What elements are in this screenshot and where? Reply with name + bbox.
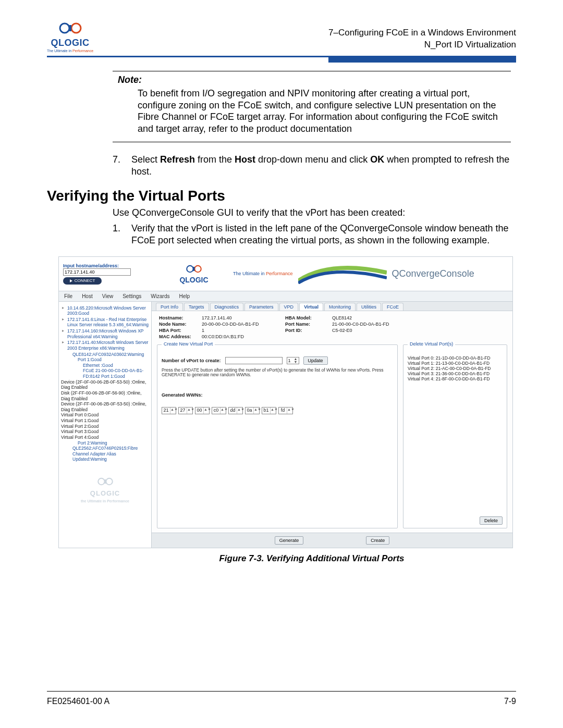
tree-item[interactable]: Virtual Port 1:Good xyxy=(61,418,149,424)
header-rule xyxy=(47,56,516,57)
tree-item[interactable]: Device (2F-FF-00-06-2B-0F-53-50) :Online… xyxy=(61,401,149,412)
qconvergeconsole-screenshot: Input hostname/address: CONNECT QLOGIC T… xyxy=(58,256,513,548)
tab-targets[interactable]: Targets xyxy=(184,303,209,311)
tab-fcoe[interactable]: FCoE xyxy=(382,303,403,311)
figure-caption: Figure 7-3. Verifying Additional Virtual… xyxy=(113,553,511,564)
note-body: To benefit from I/O segregation and NPIV… xyxy=(118,88,506,134)
watermark: QLOGIC the Ultimate in Performance xyxy=(61,476,149,503)
tree-item[interactable]: FCoE 21-00-00-C0-DD-0A-B1-FD:8142 Port 1… xyxy=(83,368,149,379)
svg-point-4 xyxy=(194,266,201,272)
svg-rect-8 xyxy=(104,479,106,484)
tree-item[interactable]: QLE8142:AFC0932A03602:Warning xyxy=(72,352,149,357)
tab-diagnostics[interactable]: Diagnostics xyxy=(210,303,244,311)
delete-vport-panel: Delete Virtual Port(s) Virtual Port 0: 2… xyxy=(403,344,507,528)
qlogic-glyph-icon xyxy=(185,263,203,275)
hint-text: Press the UPDATE button after setting th… xyxy=(162,368,393,378)
tab-virtual[interactable]: Virtual xyxy=(299,303,323,311)
svg-point-3 xyxy=(187,266,193,272)
logo-subtitle: The Ultimate in Performance xyxy=(47,49,93,53)
tree-item[interactable]: Virtual Port 4:Good xyxy=(61,435,149,440)
tree-item[interactable]: Disk (2F-FF-00-06-2B-0F-56-90) :Online, … xyxy=(61,390,149,401)
tree-item[interactable]: Port 1:Good xyxy=(78,357,149,363)
tabstrip: Port Info Targets Diagnostics Parameters… xyxy=(152,302,512,311)
menu-host[interactable]: Host xyxy=(82,293,93,299)
brand-tagline: The Ultimate in Performance xyxy=(233,271,293,276)
tab-port-info[interactable]: Port Info xyxy=(156,303,183,311)
tree-item[interactable]: 10.14.65.220:Microsoft Windows Server 20… xyxy=(67,305,149,316)
delete-button[interactable]: Delete xyxy=(480,516,503,525)
page-number: 7-9 xyxy=(504,697,516,706)
tree-item[interactable]: Port 2:Warning xyxy=(78,440,149,446)
qlogic-glyph-icon xyxy=(57,20,83,36)
menu-wizards[interactable]: Wizards xyxy=(151,293,169,299)
hostname-label: Input hostname/address: xyxy=(63,263,155,268)
create-button[interactable]: Create xyxy=(366,536,389,545)
menu-view[interactable]: View xyxy=(102,293,114,299)
tree-pane[interactable]: 10.14.65.220:Microsoft Windows Server 20… xyxy=(59,302,152,548)
tree-item[interactable]: QLE2562:AFC0746P02915:Fibre Channel Adap… xyxy=(72,446,149,462)
page-heading: 7–Configuring FCoE in a Windows Environm… xyxy=(328,20,516,51)
svg-point-7 xyxy=(106,478,112,485)
svg-point-6 xyxy=(98,478,104,485)
swoosh-icon xyxy=(298,263,387,284)
menu-help[interactable]: Help xyxy=(179,293,190,299)
svg-rect-2 xyxy=(69,25,71,31)
vport-list[interactable]: Virtual Port 0: 21-1D-00-C0-DD-0A-B1-FDV… xyxy=(408,355,503,382)
qlogic-logo: QLOGIC The Ultimate in Performance xyxy=(47,20,93,53)
vport-list-item[interactable]: Virtual Port 2: 21-AC-00-C0-DD-0A-B1-FD xyxy=(408,366,503,371)
generate-button[interactable]: Generate xyxy=(275,536,304,545)
tree-item[interactable]: Virtual Port 0:Good xyxy=(61,412,149,418)
section-intro: Use QConvergeConsole GUI to verify that … xyxy=(113,207,511,218)
tree-item[interactable]: Ethernet :Good xyxy=(83,363,149,368)
tab-parameters[interactable]: Parameters xyxy=(244,303,278,311)
note-box: Note: To benefit from I/O segregation an… xyxy=(113,71,511,142)
step-7: 7. Select Refresh from the Host drop-dow… xyxy=(113,154,511,178)
menu-file[interactable]: File xyxy=(64,293,72,299)
tree-item[interactable]: Virtual Port 3:Good xyxy=(61,429,149,435)
port-info-grid: Hostname:172.17.141.40 HBA Model:QLE8142… xyxy=(152,311,512,344)
wwn-row: 21▲▼ 27▲▼ 00▲▼ c0▲▼ dd▲▼ 0a▲▼ b1▲▼ fd▲▼ xyxy=(162,407,393,414)
tree-item[interactable]: 172.17.141.40:Microsoft Windows Server 2… xyxy=(67,340,149,351)
tree-item[interactable]: Device (2F-0F-00-06-2B-0F-53-50) :Online… xyxy=(61,379,149,390)
menu-settings[interactable]: Settings xyxy=(123,293,141,299)
doc-number: FE0254601-00 A xyxy=(47,697,109,706)
vport-list-item[interactable]: Virtual Port 4: 21-8F-00-C0-DD-0A-B1-FD xyxy=(408,376,503,381)
step-1: 1. Verify that the vPort is listed in th… xyxy=(113,223,511,247)
footer-rule xyxy=(47,691,516,692)
app-title: QConvergeConsole xyxy=(392,268,474,279)
vport-count-label: Number of vPort to create: xyxy=(162,358,221,363)
svg-rect-5 xyxy=(193,267,195,271)
tab-vpd[interactable]: VPD xyxy=(279,303,299,311)
tree-item[interactable]: 172.17.144.160:Microsoft Windows XP Prof… xyxy=(67,328,149,339)
tab-utilities[interactable]: Utilities xyxy=(357,303,381,311)
menubar: File Host View Settings Wizards Help xyxy=(59,291,512,302)
tree-item[interactable]: 172.17.141.6:Linux - Red Hat Enterprise … xyxy=(67,317,149,328)
vport-count-input[interactable] xyxy=(225,357,283,364)
tree-item[interactable]: Virtual Port 2:Good xyxy=(61,424,149,429)
section-title: Verifying the Virtual Ports xyxy=(47,188,511,204)
svg-point-0 xyxy=(60,23,69,33)
logo-text: QLOGIC xyxy=(47,38,93,48)
hostname-input[interactable] xyxy=(63,268,131,276)
generated-wwns-label: Generated WWNs: xyxy=(162,392,393,398)
update-button[interactable]: Update xyxy=(303,356,328,365)
brand-logo: QLOGIC xyxy=(160,263,228,284)
svg-point-1 xyxy=(71,23,81,33)
create-vport-panel: Create New Virtual Port Number of vPort … xyxy=(157,344,398,528)
vport-list-item[interactable]: Virtual Port 1: 21-13-00-C0-DD-0A-B1-FD xyxy=(408,361,503,366)
tab-monitoring[interactable]: Monitoring xyxy=(324,303,356,311)
connect-button[interactable]: CONNECT xyxy=(63,277,102,285)
vport-count-spinner[interactable]: 1▲▼ xyxy=(287,357,299,364)
page-footer: FE0254601-00 A 7-9 xyxy=(47,697,516,706)
note-title: Note: xyxy=(118,75,506,85)
vport-list-item[interactable]: Virtual Port 3: 21-36-00-C0-DD-0A-B1-FD xyxy=(408,371,503,376)
vport-list-item[interactable]: Virtual Port 0: 21-1D-00-C0-DD-0A-B1-FD xyxy=(408,355,503,361)
